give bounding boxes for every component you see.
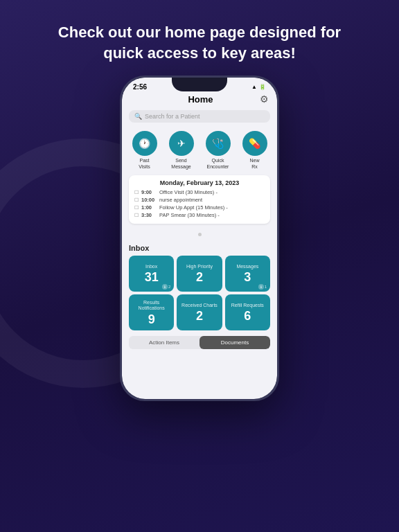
dot-active: [198, 233, 202, 236]
schedule-desc-4: PAP Smear (30 Minutes) -: [159, 212, 220, 218]
inbox-section: Inbox Inbox 31 ℹ 2 High Priority 2 Messa…: [122, 241, 277, 333]
schedule-item-1: ☐ 9:00 Office Visit (30 Minutes) -: [134, 189, 265, 195]
schedule-time-2: 10:00: [141, 197, 157, 203]
action-past-visits[interactable]: 🕐 PastVisits: [132, 131, 157, 170]
past-visits-icon: 🕐: [132, 131, 157, 156]
gear-icon[interactable]: ⚙: [260, 94, 269, 105]
schedule-item-2: ☐ 10:00 nurse appointment: [134, 197, 265, 203]
phone-screen: 2:56 ▲ 🔋 Home ⚙ 🔍 Search for a Patient 🕐…: [122, 78, 277, 399]
schedule-icon-3: ☐: [134, 205, 139, 211]
headline: Check out our home page designed for qui…: [0, 22, 399, 63]
app-header: Home ⚙: [122, 92, 277, 107]
quick-encounter-label: QuickEncounter: [207, 158, 229, 170]
schedule-desc-1: Office Visit (30 Minutes) -: [159, 189, 218, 195]
send-message-label: SendMessage: [171, 158, 190, 170]
schedule-icon-1: ☐: [134, 190, 139, 195]
inbox-grid-row1: Inbox 31 ℹ 2 High Priority 2 Messages 3 …: [129, 256, 270, 292]
action-send-message[interactable]: ✈ SendMessage: [169, 131, 194, 170]
inbox-tile-inbox-count: 31: [145, 271, 159, 283]
inbox-tile-refill-count: 6: [244, 310, 251, 322]
inbox-tile-inbox-label: Inbox: [145, 264, 157, 269]
inbox-tile-refill[interactable]: Refill Requests 6: [225, 294, 270, 330]
search-bar[interactable]: 🔍 Search for a Patient: [129, 110, 270, 123]
inbox-tile-results-label: Results Notifications: [132, 300, 171, 312]
inbox-tile-refill-label: Refill Requests: [231, 303, 264, 308]
header-title: Home: [141, 94, 260, 105]
status-time: 2:56: [133, 83, 147, 91]
inbox-title: Inbox: [129, 244, 270, 252]
schedule-desc-3: Follow Up Appt (15 Minutes) -: [159, 204, 228, 211]
inbox-tile-received-charts[interactable]: Received Charts 2: [177, 294, 222, 330]
quick-encounter-icon: 🩺: [206, 131, 231, 156]
schedule-item-4: ☐ 3:30 PAP Smear (30 Minutes) -: [134, 212, 265, 218]
inbox-tile-inbox[interactable]: Inbox 31 ℹ 2: [129, 256, 174, 292]
messages-badge-icon: ℹ: [258, 284, 264, 290]
schedule-icon-4: ☐: [134, 213, 139, 218]
phone-notch: [172, 78, 227, 91]
quick-actions-row: 🕐 PastVisits ✈ SendMessage 🩺 QuickEncoun…: [122, 125, 277, 172]
inbox-tile-high-priority-count: 2: [196, 271, 203, 283]
inbox-tile-received-charts-label: Received Charts: [181, 303, 218, 308]
schedule-card: Monday, February 13, 2023 ☐ 9:00 Office …: [129, 175, 270, 224]
inbox-grid-row2: Results Notifications 9 Received Charts …: [129, 294, 270, 330]
send-message-icon: ✈: [169, 131, 194, 156]
wifi-icon: ▲: [251, 84, 257, 90]
messages-badge-count: 1: [265, 285, 267, 289]
inbox-badge: ℹ 2: [162, 284, 170, 290]
tab-action-items[interactable]: Action Items: [129, 336, 200, 349]
page-dot-indicator: [122, 227, 277, 239]
inbox-tile-messages-count: 3: [244, 271, 251, 283]
new-rx-label: NewRx: [249, 158, 259, 170]
schedule-time-4: 3:30: [141, 212, 157, 218]
action-quick-encounter[interactable]: 🩺 QuickEncounter: [206, 131, 231, 170]
inbox-tile-high-priority-label: High Priority: [186, 264, 213, 269]
past-visits-label: PastVisits: [139, 158, 150, 170]
inbox-tile-results[interactable]: Results Notifications 9: [129, 294, 174, 330]
inbox-tile-messages-label: Messages: [236, 264, 258, 269]
search-placeholder-text: Search for a Patient: [145, 113, 200, 120]
inbox-badge-icon: ℹ: [162, 284, 168, 290]
tab-documents[interactable]: Documents: [200, 336, 270, 349]
search-icon: 🔍: [134, 113, 142, 120]
schedule-icon-2: ☐: [134, 197, 139, 203]
inbox-tile-messages[interactable]: Messages 3 ℹ 1: [225, 256, 270, 292]
bottom-tabs: Action Items Documents: [129, 336, 270, 349]
inbox-tile-received-charts-count: 2: [196, 310, 203, 322]
status-icons: ▲ 🔋: [251, 84, 266, 90]
phone-frame: 2:56 ▲ 🔋 Home ⚙ 🔍 Search for a Patient 🕐…: [120, 76, 279, 401]
battery-icon: 🔋: [259, 84, 266, 90]
schedule-desc-2: nurse appointment: [159, 197, 202, 203]
inbox-tile-high-priority[interactable]: High Priority 2: [177, 256, 222, 292]
messages-badge: ℹ 1: [258, 284, 267, 290]
new-rx-icon: 💊: [242, 131, 267, 156]
inbox-tile-results-count: 9: [148, 313, 155, 326]
schedule-date: Monday, February 13, 2023: [134, 179, 265, 186]
schedule-time-1: 9:00: [141, 189, 157, 195]
schedule-item-3: ☐ 1:00 Follow Up Appt (15 Minutes) -: [134, 204, 265, 211]
action-new-rx[interactable]: 💊 NewRx: [242, 131, 267, 170]
schedule-time-3: 1:00: [141, 204, 157, 211]
inbox-badge-count: 2: [168, 285, 170, 289]
